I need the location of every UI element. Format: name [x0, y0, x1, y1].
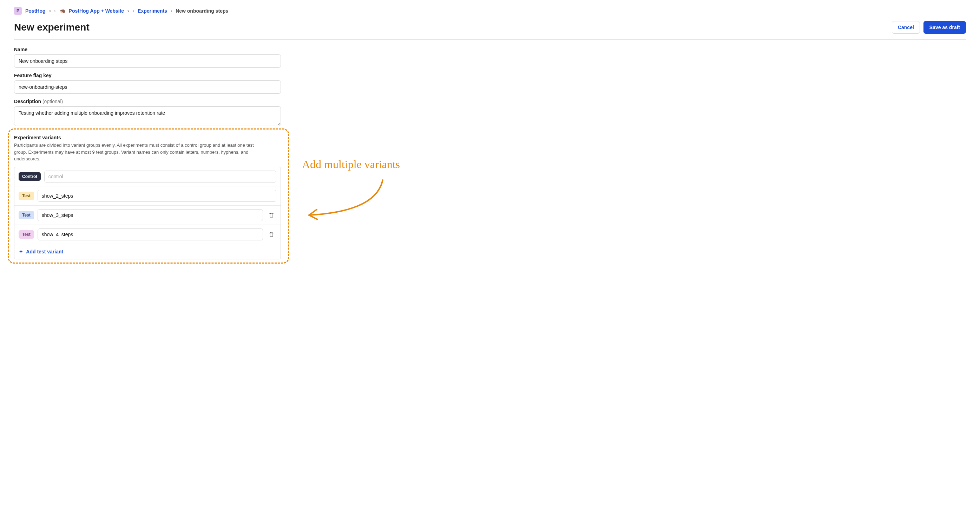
annotation-text: Add multiple variants	[302, 158, 485, 171]
annotation-arrow-icon	[302, 176, 393, 222]
page-root: P PostHog ▾ › 🦔 PostHog App + Website ▾ …	[14, 7, 966, 270]
field-flag-key: Feature flag key	[14, 73, 281, 94]
variants-section: Experiment variants Participants are div…	[14, 132, 281, 259]
cancel-button[interactable]: Cancel	[892, 21, 920, 34]
variants-help-text: Participants are divided into variant gr…	[14, 142, 267, 162]
plus-icon: +	[19, 249, 22, 255]
breadcrumb-project[interactable]: PostHog App + Website	[69, 8, 124, 14]
variant-input[interactable]	[38, 209, 263, 221]
divider	[14, 270, 966, 270]
variant-row: Test	[14, 206, 280, 225]
description-label-text: Description	[14, 98, 41, 104]
variants-card: Control Test Test Test	[14, 167, 281, 259]
variant-badge-test: Test	[19, 211, 34, 219]
add-variant-label: Add test variant	[26, 249, 63, 254]
save-draft-button[interactable]: Save as draft	[923, 21, 966, 34]
name-input[interactable]	[14, 54, 281, 68]
variant-badge-test: Test	[19, 192, 34, 200]
variants-heading: Experiment variants	[14, 135, 281, 140]
description-label: Description (optional)	[14, 98, 281, 104]
variant-input[interactable]	[38, 190, 276, 202]
org-logo-badge[interactable]: P	[14, 7, 22, 15]
header-actions: Cancel Save as draft	[892, 21, 966, 34]
annotation: Add multiple variants	[302, 158, 485, 249]
chevron-right-icon: ›	[54, 8, 56, 13]
delete-variant-button[interactable]	[267, 230, 276, 240]
breadcrumb: P PostHog ▾ › 🦔 PostHog App + Website ▾ …	[14, 7, 966, 15]
variant-row: Control	[14, 167, 280, 186]
breadcrumb-current: New onboarding steps	[175, 8, 228, 14]
chevron-right-icon: ›	[171, 8, 172, 13]
variant-row: Test	[14, 225, 280, 244]
chevron-down-icon[interactable]: ▾	[127, 9, 129, 13]
field-description: Description (optional) Testing whether a…	[14, 98, 281, 127]
delete-variant-button[interactable]	[267, 210, 276, 220]
breadcrumb-org[interactable]: PostHog	[25, 8, 46, 14]
variant-input[interactable]	[44, 171, 276, 182]
chevron-right-icon: ›	[133, 8, 134, 13]
name-label: Name	[14, 47, 281, 52]
chevron-down-icon[interactable]: ▾	[49, 9, 51, 13]
variant-badge-test: Test	[19, 230, 34, 239]
trash-icon	[269, 232, 274, 237]
description-textarea[interactable]: Testing whether adding multiple onboardi…	[14, 106, 281, 126]
flag-key-label: Feature flag key	[14, 73, 281, 78]
field-name: Name	[14, 47, 281, 68]
flag-key-input[interactable]	[14, 80, 281, 94]
hedgehog-icon: 🦔	[59, 8, 65, 14]
description-optional-suffix: (optional)	[43, 98, 63, 104]
form: Name Feature flag key Description (optio…	[14, 47, 281, 259]
add-test-variant-button[interactable]: + Add test variant	[14, 244, 280, 259]
variant-input[interactable]	[38, 229, 263, 240]
variant-badge-control: Control	[19, 172, 41, 181]
page-header: New experiment Cancel Save as draft	[14, 21, 966, 40]
breadcrumb-section[interactable]: Experiments	[138, 8, 167, 14]
trash-icon	[269, 212, 274, 218]
page-title: New experiment	[14, 22, 89, 33]
variant-row: Test	[14, 186, 280, 206]
